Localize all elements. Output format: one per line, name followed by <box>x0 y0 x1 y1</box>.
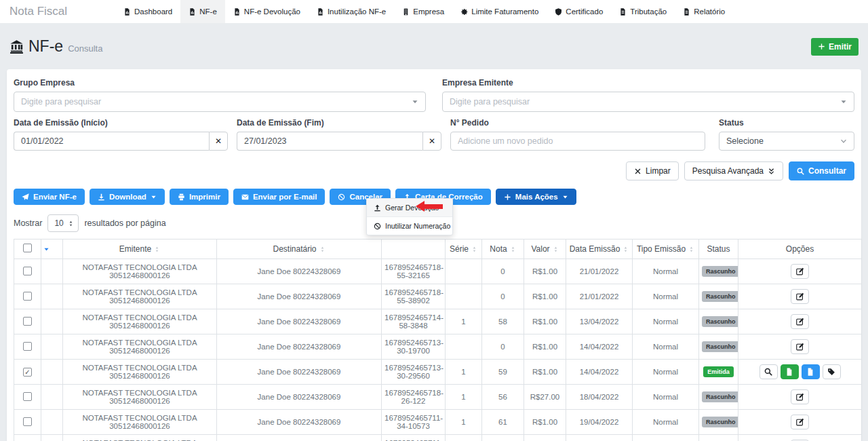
row-select-cell <box>14 435 41 441</box>
top-navbar: Nota Fiscal DashboardNF-eNF-e DevoluçãoI… <box>0 0 868 23</box>
limpar-button[interactable]: Limpar <box>626 161 679 180</box>
header-destinatario[interactable]: Destinatário <box>217 239 382 259</box>
cell-opcoes <box>738 435 862 441</box>
select-all-checkbox[interactable] <box>23 244 32 252</box>
grupo-empresa-select[interactable]: Digite para pesquisar <box>14 92 426 112</box>
cell-status: Rascunho <box>699 309 738 334</box>
download-button[interactable]: Download <box>90 189 165 205</box>
edit-button[interactable] <box>791 339 809 354</box>
status-badge: Rascunho <box>702 316 738 327</box>
consultar-button[interactable]: Consultar <box>789 161 854 180</box>
row-checkbox[interactable] <box>23 267 32 275</box>
page-size-select[interactable]: 10 <box>47 214 79 232</box>
cell-nota: 0 <box>482 334 524 360</box>
header-valor[interactable]: Valor <box>524 239 566 259</box>
cell-valor: R$10.00 <box>524 435 566 441</box>
cell-status: Rascunho <box>699 259 738 284</box>
caret-down-icon <box>151 194 157 200</box>
brand[interactable]: Nota Fiscal <box>0 0 108 23</box>
header-serie[interactable]: Série <box>446 239 482 259</box>
enviar-email-button[interactable]: Enviar por E-mail <box>233 189 326 205</box>
cell-destinatario: Jane Doe 80224328069 <box>217 385 382 410</box>
tag-button[interactable] <box>823 364 841 379</box>
enviar-nfe-button[interactable]: Enviar NF-e <box>14 189 85 205</box>
cell-serie <box>446 259 482 284</box>
pdf-button[interactable] <box>802 364 820 379</box>
header-tipo-emissao[interactable]: Tipo Emissão <box>633 239 699 259</box>
row-caret-cell <box>41 435 63 441</box>
pedido-label: N° Pedido <box>450 118 705 128</box>
emitir-button[interactable]: Emitir <box>811 38 859 56</box>
header-emitente[interactable]: Emitente <box>63 239 217 259</box>
cell-opcoes <box>738 410 862 435</box>
row-checkbox[interactable] <box>23 292 32 301</box>
data-fim-clear-button[interactable]: ✕ <box>422 132 441 151</box>
row-checkbox[interactable]: ✓ <box>23 368 32 377</box>
caret-down-icon <box>43 246 60 252</box>
cell-opcoes <box>738 334 862 360</box>
tab-nfe[interactable]: NF-e <box>180 0 225 23</box>
row-select-cell <box>14 284 41 309</box>
edit-button[interactable] <box>791 415 809 429</box>
pencil-square-icon <box>796 267 804 275</box>
cell-status: Emitida <box>699 360 738 385</box>
header-chave[interactable] <box>382 239 446 259</box>
header-caret[interactable] <box>41 239 63 259</box>
cell-opcoes <box>738 284 862 309</box>
row-checkbox[interactable] <box>23 392 32 401</box>
pedido-input[interactable] <box>450 132 705 151</box>
tab-relatorio[interactable]: Relatório <box>675 0 733 23</box>
page-subtitle: Consulta <box>68 43 102 54</box>
cell-opcoes <box>738 309 862 334</box>
x-icon <box>634 168 642 175</box>
paper-plane-icon <box>22 193 29 201</box>
tab-certificado[interactable]: Certificado <box>547 0 611 23</box>
edit-button[interactable] <box>791 289 809 304</box>
row-checkbox[interactable] <box>23 417 32 426</box>
cell-data-emissao: 14/04/2022 <box>566 360 633 385</box>
cell-chave: 1678952465718-26-122 <box>382 385 446 410</box>
tab-tributacao[interactable]: Tributação <box>611 0 675 23</box>
caret-down-icon <box>562 194 568 200</box>
plus-icon <box>504 193 511 201</box>
edit-button[interactable] <box>791 264 809 279</box>
cell-destinatario: Jane Doe 80224328069 <box>217 360 382 385</box>
row-caret-cell <box>41 360 63 385</box>
cell-status: Rascunho <box>699 385 738 410</box>
row-checkbox[interactable] <box>23 342 32 351</box>
row-checkbox[interactable] <box>23 317 32 326</box>
cell-destinatario: Jane Doe 80224328069 <box>217 410 382 435</box>
cell-emitente: NOTAFAST TECNOLOGIA LTDA 30512468000126 <box>63 385 217 410</box>
mais-acoes-button[interactable]: Mais Ações <box>496 189 576 205</box>
cell-status: Rascunho <box>699 410 738 435</box>
edit-button[interactable] <box>791 314 809 329</box>
sort-icon <box>688 246 694 252</box>
header-nota[interactable]: Nota <box>482 239 524 259</box>
menu-item-inutilizar-numeracao[interactable]: Inutilizar Numeração <box>367 216 452 235</box>
edit-button[interactable] <box>791 389 809 404</box>
tab-nfe-devolucao[interactable]: NF-e Devolução <box>225 0 309 23</box>
search-icon <box>797 168 804 175</box>
xml-button[interactable] <box>781 364 799 379</box>
empresa-emitente-select[interactable]: Digite para pesquisar <box>442 92 854 112</box>
cell-chave: 1678952465718-55-32165 <box>382 259 446 284</box>
data-inicio-input[interactable] <box>14 132 209 151</box>
bank-icon <box>9 39 24 54</box>
pesquisa-avancada-button[interactable]: Pesquisa Avançada <box>684 161 783 180</box>
header-data-emissao[interactable]: Data Emissão <box>566 239 633 259</box>
caret-down-icon <box>840 98 847 105</box>
search-icon <box>764 368 772 376</box>
tab-empresa[interactable]: Empresa <box>394 0 452 23</box>
status-field: Status Selecione <box>719 118 854 151</box>
tab-dashboard[interactable]: Dashboard <box>115 0 180 23</box>
imprimir-button[interactable]: Imprimir <box>170 189 229 205</box>
header-select-all[interactable] <box>14 239 41 259</box>
tab-limite-faturamento[interactable]: Limite Faturamento <box>452 0 547 23</box>
data-fim-label: Data de Emissão (Fim) <box>237 118 441 128</box>
data-fim-input[interactable] <box>237 132 422 151</box>
data-inicio-clear-button[interactable]: ✕ <box>209 132 228 151</box>
status-badge: Rascunho <box>702 417 738 427</box>
zoom-button[interactable] <box>760 364 778 379</box>
tab-inutilizacao-nfe[interactable]: Inutilização NF-e <box>309 0 394 23</box>
status-select[interactable]: Selecione <box>719 132 854 151</box>
